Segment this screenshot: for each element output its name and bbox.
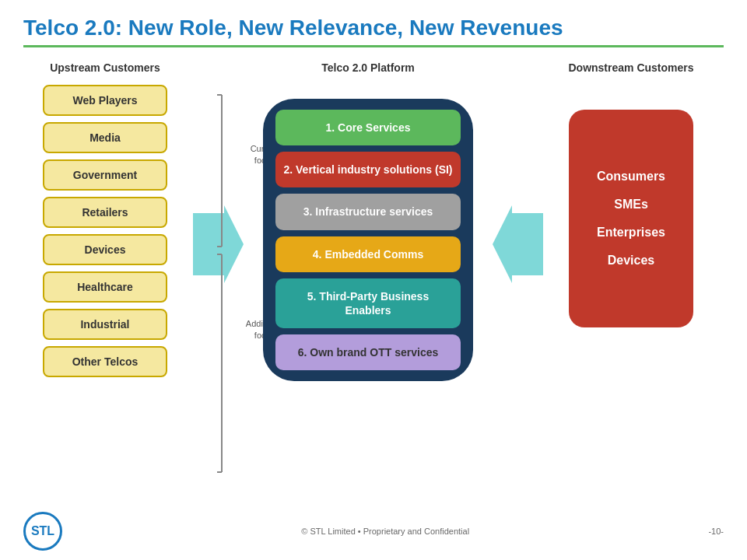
service-1: 1. Core Services bbox=[275, 110, 461, 145]
downstream-box: Consumers SMEs Enterprises Devices bbox=[569, 110, 693, 327]
upstream-item-devices: Devices bbox=[43, 234, 167, 265]
service-6: 6. Own brand OTT services bbox=[275, 334, 461, 370]
upstream-boxes: Web Players Media Government Retailers D… bbox=[43, 85, 167, 377]
upstream-item-government: Government bbox=[43, 159, 167, 191]
slide-title: Telco 2.0: New Role, New Relevance, New … bbox=[23, 16, 724, 40]
upstream-column: Upstream Customers Web Players Media Gov… bbox=[23, 61, 187, 377]
upstream-item-healthcare: Healthcare bbox=[43, 271, 167, 303]
footer-page: -10- bbox=[708, 527, 724, 536]
downstream-smes: SMEs bbox=[614, 198, 648, 212]
upstream-item-web-players: Web Players bbox=[43, 85, 167, 116]
downstream-header: Downstream Customers bbox=[568, 61, 693, 74]
svg-marker-7 bbox=[493, 205, 543, 283]
service-5: 5. Third-Party Business Enablers bbox=[275, 278, 461, 328]
left-arrow-svg bbox=[493, 205, 543, 283]
platform-header: Telco 2.0 Platform bbox=[263, 61, 473, 74]
upstream-item-media: Media bbox=[43, 122, 167, 153]
arrow-left bbox=[493, 205, 543, 283]
platform-container: 1. Core Services 2. Vertical industry so… bbox=[263, 99, 473, 381]
service-2: 2. Vertical industry solutions (SI) bbox=[275, 152, 461, 187]
footer-copyright: © STL Limited • Proprietary and Confiden… bbox=[301, 527, 469, 536]
downstream-column: Downstream Customers Consumers SMEs Ente… bbox=[549, 61, 713, 327]
stl-logo: STL bbox=[23, 512, 62, 551]
upstream-item-other-telcos: Other Telcos bbox=[43, 346, 167, 377]
service-3: 3. Infrastructure services bbox=[275, 194, 461, 229]
service-4: 4. Embedded Comms bbox=[275, 236, 461, 272]
upstream-header: Upstream Customers bbox=[50, 61, 160, 74]
platform-column: Telco 2.0 Platform 1. Core Services 2. V… bbox=[244, 61, 493, 381]
downstream-consumers: Consumers bbox=[597, 170, 665, 184]
upstream-item-industrial: Industrial bbox=[43, 309, 167, 340]
title-underline bbox=[23, 45, 724, 47]
downstream-devices: Devices bbox=[608, 254, 655, 268]
upstream-item-retailers: Retailers bbox=[43, 197, 167, 228]
footer: STL © STL Limited • Proprietary and Conf… bbox=[0, 512, 747, 551]
downstream-enterprises: Enterprises bbox=[597, 226, 665, 240]
focus-brace-svg bbox=[184, 91, 227, 503]
